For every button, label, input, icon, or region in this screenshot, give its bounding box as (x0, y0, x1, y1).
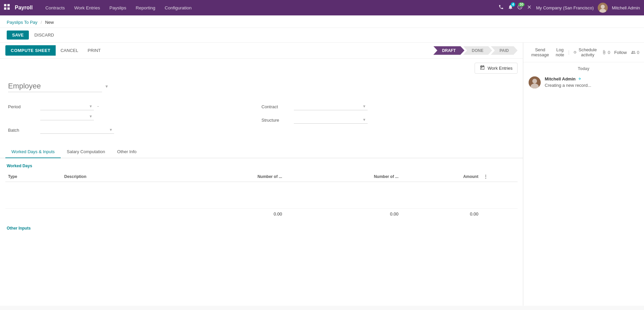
col-num2: Number of ... (285, 172, 401, 182)
action-bar: SAVE DISCARD (0, 28, 644, 43)
period-start-input[interactable]: 01/01/2022 (40, 102, 94, 110)
form-fields: Period 01/01/2022 ▼ - 01/31/2022 (0, 96, 523, 146)
work-entries-button[interactable]: Work Entries (475, 63, 518, 74)
period-end-input[interactable]: 01/31/2022 (40, 112, 94, 120)
other-inputs-label: Other Inputs (5, 226, 518, 231)
worked-days-label: Worked Days (5, 164, 518, 168)
schedule-activity-label: Schedule activity (578, 47, 598, 57)
attachment-count: 0 (602, 50, 610, 55)
svg-point-5 (601, 5, 605, 9)
chatter-msg-text: Creating a new record... (545, 83, 639, 88)
clock-badge: 30 (518, 2, 525, 7)
breadcrumb-current: New (45, 20, 54, 25)
chatter-actions: Send message Log note | Schedule activit… (523, 43, 644, 62)
discard-button[interactable]: DISCARD (32, 30, 57, 40)
tab-salary-computation[interactable]: Salary Computation (61, 146, 111, 158)
employee-section: ▼ (0, 74, 523, 96)
work-entries-label: Work Entries (488, 66, 513, 71)
status-bar: DRAFT DONE PAID (433, 46, 518, 55)
contract-label: Contract (262, 102, 288, 109)
chatter-body: Today Mitchell Admin ✈ Creating a new re… (523, 62, 644, 306)
cancel-button[interactable]: CANCEL (56, 45, 83, 56)
chatter-avatar (529, 76, 541, 88)
top-nav: Payroll Contracts Work Entries Payslips … (0, 0, 644, 15)
batch-label: Batch (8, 126, 35, 133)
col-amount: Amount (401, 172, 481, 182)
col-description: Description (61, 172, 168, 182)
nav-contracts[interactable]: Contracts (41, 0, 69, 15)
empty-row (5, 182, 518, 209)
breadcrumb: Payslips To Pay / New (0, 15, 644, 28)
grid-icon[interactable] (4, 4, 10, 12)
phone-icon[interactable] (498, 4, 504, 11)
nav-payslips[interactable]: Payslips (105, 0, 131, 15)
footer-num1: 0.00 (168, 209, 285, 220)
save-button[interactable]: SAVE (7, 30, 29, 40)
schedule-activity-button[interactable]: Schedule activity (571, 46, 600, 59)
contract-select[interactable] (294, 102, 368, 110)
clock-icon[interactable]: 30 (517, 4, 523, 11)
avatar (598, 3, 608, 13)
worked-days-table: Type Description Number of ... Number of… (5, 172, 518, 219)
user-name: Mitchell Admin (612, 5, 640, 10)
app-name: Payroll (15, 5, 33, 11)
col-type: Type (5, 172, 61, 182)
close-nav-icon[interactable] (527, 4, 532, 11)
status-paid[interactable]: PAID (491, 46, 518, 55)
tabs: Worked Days & Inputs Salary Computation … (5, 146, 518, 158)
chatter-right: 0 Follow 0 (602, 50, 639, 55)
send-message-button[interactable]: Send message (529, 46, 552, 59)
work-entries-area: Work Entries (0, 59, 523, 74)
employee-input[interactable] (8, 80, 102, 92)
period-separator: - (96, 102, 100, 110)
calendar-icon (480, 65, 485, 71)
breadcrumb-parent[interactable]: Payslips To Pay (7, 20, 38, 25)
chatter-area: Send message Log note | Schedule activit… (523, 43, 644, 306)
svg-rect-2 (4, 7, 6, 10)
footer-amount: 0.00 (401, 209, 481, 220)
status-draft[interactable]: DRAFT (433, 46, 465, 55)
tab-other-info[interactable]: Other Info (111, 146, 143, 158)
contract-group: Contract ▼ (262, 102, 515, 110)
structure-group: Structure ▼ (262, 116, 515, 124)
chatter-message: Mitchell Admin ✈ Creating a new record..… (529, 76, 639, 88)
nav-work-entries[interactable]: Work Entries (69, 0, 105, 15)
tab-content: Worked Days Type Description Number of .… (0, 158, 523, 239)
svg-rect-0 (4, 4, 6, 6)
print-button[interactable]: PRINT (83, 45, 105, 56)
form-area: COMPUTE SHEET CANCEL PRINT DRAFT DONE PA… (0, 43, 523, 306)
chatter-msg-body: Mitchell Admin ✈ Creating a new record..… (545, 76, 639, 88)
chatter-sep: | (568, 50, 570, 55)
main-layout: COMPUTE SHEET CANCEL PRINT DRAFT DONE PA… (0, 43, 644, 306)
structure-select[interactable] (294, 116, 368, 124)
structure-label: Structure (262, 116, 288, 123)
period-label: Period (8, 102, 35, 109)
nav-configuration[interactable]: Configuration (160, 0, 196, 15)
today-divider: Today (529, 66, 639, 71)
batch-group: Batch ▼ (8, 126, 262, 134)
bell-badge: 4 (511, 2, 516, 7)
nav-reporting[interactable]: Reporting (131, 0, 160, 15)
footer-num2: 0.00 (285, 209, 401, 220)
table-footer-row: 0.00 0.00 0.00 (5, 209, 518, 220)
chatter-msg-icon: ✈ (578, 77, 581, 81)
svg-rect-3 (7, 7, 10, 10)
batch-select[interactable] (40, 126, 114, 134)
compute-sheet-button[interactable]: COMPUTE SHEET (5, 45, 56, 56)
bell-icon[interactable]: 4 (508, 4, 513, 11)
col-options[interactable]: ⋮ (481, 172, 518, 182)
period-group: Period 01/01/2022 ▼ - 01/31/2022 (8, 102, 262, 120)
employee-dropdown-icon: ▼ (105, 84, 109, 89)
log-note-button[interactable]: Log note (553, 46, 567, 59)
svg-rect-1 (7, 4, 10, 6)
status-done[interactable]: DONE (463, 46, 492, 55)
tab-worked-days[interactable]: Worked Days & Inputs (5, 146, 61, 158)
company-name: My Company (San Francisco) (536, 5, 594, 10)
form-toolbar: COMPUTE SHEET CANCEL PRINT DRAFT DONE PA… (0, 43, 523, 59)
follow-button[interactable]: Follow (614, 50, 627, 55)
svg-point-8 (532, 79, 537, 83)
tabs-section: Worked Days & Inputs Salary Computation … (0, 146, 523, 158)
nav-links: Contracts Work Entries Payslips Reportin… (41, 0, 498, 15)
nav-right: 4 30 My Company (San Francisco) Mitchell… (498, 3, 640, 13)
breadcrumb-sep: / (41, 20, 42, 25)
